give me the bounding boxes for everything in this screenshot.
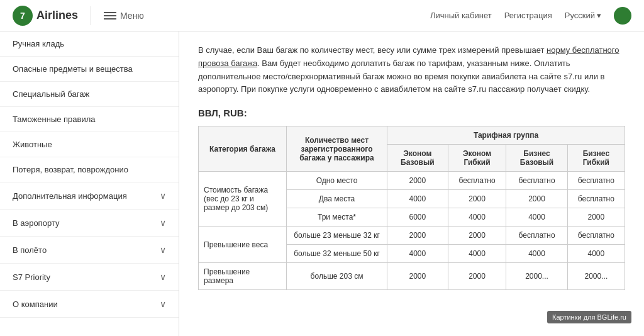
table-cell-value: 2000: [567, 208, 625, 227]
sidebar-item-lost[interactable]: Потеря, возврат, поврождонио: [0, 157, 179, 182]
main-layout: Ручная кладь Опасные предметы и вещества…: [0, 31, 644, 336]
sidebar-section-priority-label: S7 Priority: [13, 272, 50, 282]
table-cell-category: Превышение размера: [199, 263, 287, 290]
table-row: Превышение веса больше 23 меньше 32 кг 2…: [199, 227, 625, 245]
table-cell-value: бесплатно: [448, 172, 506, 190]
table-cell-value: бесплатно: [506, 172, 567, 190]
logo: 7 Airlines: [13, 6, 78, 26]
header-right: Личный кабинет Регистрация Русский ▾: [430, 7, 631, 25]
intro-paragraph: В случае, если Ваш багаж по количеству м…: [198, 44, 625, 96]
logo-text: Airlines: [36, 9, 78, 22]
section-title: ВВЛ, RUB:: [198, 108, 625, 118]
chevron-down-icon: ∨: [160, 272, 166, 282]
content-area: В случае, если Ваш багаж по количеству м…: [179, 31, 644, 336]
table-header-qty: Количество мест зарегистрованного багажа…: [287, 126, 387, 172]
sidebar-item-special[interactable]: Специальный багаж: [0, 82, 179, 107]
hamburger-icon: [104, 12, 116, 20]
sidebar-section-inflight-label: В полёто: [13, 245, 47, 255]
table-cell-value: бесплатно: [506, 227, 567, 245]
sidebar-item-hand-luggage[interactable]: Ручная кладь: [0, 31, 179, 57]
chevron-down-icon: ∨: [160, 218, 166, 228]
header: 7 Airlines Меню Личный кабинет Регистрац…: [0, 0, 644, 31]
table-cell-value: 2000...: [567, 263, 625, 290]
table-row: Превышение размера больше 203 см 2000 20…: [199, 263, 625, 290]
table-cell-value: 2000: [387, 227, 448, 245]
lang-label: Русский: [565, 11, 595, 20]
table-cell-value: 2000: [387, 172, 448, 190]
table-cell-value: 4000: [448, 208, 506, 227]
table-cell-value: 2000...: [506, 263, 567, 290]
table-cell-value: 2000: [448, 190, 506, 208]
table-cell-value: 4000: [448, 245, 506, 263]
table-header-econom-flex: Эконом Гибкий: [448, 145, 506, 172]
sidebar-item-customs[interactable]: Таможенные правила: [0, 107, 179, 132]
logo-circle: 7: [13, 6, 33, 26]
sidebar-item-animals[interactable]: Животные: [0, 132, 179, 157]
menu-button[interactable]: Меню: [104, 11, 144, 21]
table-cell-value: бесплатно: [567, 190, 625, 208]
chevron-down-icon: ∨: [160, 299, 166, 309]
chevron-down-icon: ∨: [160, 245, 166, 255]
table-row: Стоимость багажа (вес до 23 кг и размер …: [199, 172, 625, 190]
sidebar-section-additional[interactable]: Дополнительная информация ∨: [0, 182, 179, 210]
sidebar-section-company[interactable]: О компании ∨: [0, 291, 179, 318]
globe-icon: [614, 7, 631, 25]
sidebar-section-additional-label: Дополнительная информация: [13, 191, 127, 201]
baggage-norm-link[interactable]: норму бесплатного провоза багажа: [198, 45, 619, 68]
baggage-table: Категория багажа Количество мест зарегис…: [198, 126, 625, 290]
sidebar-section-priority[interactable]: S7 Priority ∨: [0, 264, 179, 291]
table-cell-value: 2000: [448, 227, 506, 245]
language-selector[interactable]: Русский ▾: [565, 11, 601, 20]
table-cell-value: бесплатно: [567, 227, 625, 245]
header-divider: [91, 6, 91, 25]
sidebar-section-airport-label: В аэропорту: [13, 218, 59, 228]
table-cell-value: 4000: [506, 208, 567, 227]
table-header-business-base: Бизнес Базовый: [506, 145, 567, 172]
table-cell-value: бесплатно: [567, 172, 625, 190]
table-header-tariff: Тарифная группа: [387, 126, 625, 145]
watermark: Картинки для BGLife.ru: [547, 311, 631, 323]
table-cell-value: 4000: [567, 245, 625, 263]
table-header-business-flex: Бизнес Гибкий: [567, 145, 625, 172]
table-cell-value: 2000: [387, 263, 448, 290]
table-cell-qty: больше 203 см: [287, 263, 387, 290]
table-cell-value: 2000: [506, 190, 567, 208]
personal-cabinet-link[interactable]: Личный кабинет: [430, 11, 492, 20]
registration-link[interactable]: Регистрация: [504, 11, 552, 20]
table-cell-qty: Три места*: [287, 208, 387, 227]
sidebar: Ручная кладь Опасные предметы и вещества…: [0, 31, 179, 336]
table-cell-value: 6000: [387, 208, 448, 227]
table-cell-value: 4000: [387, 190, 448, 208]
table-cell-category: Превышение веса: [199, 227, 287, 263]
table-cell-qty: больше 32 меньше 50 кг: [287, 245, 387, 263]
table-header-category: Категория багажа: [199, 126, 287, 172]
sidebar-section-company-label: О компании: [13, 300, 58, 309]
menu-label: Меню: [120, 11, 144, 21]
table-cell-value: 2000: [448, 263, 506, 290]
header-left: 7 Airlines Меню: [13, 6, 144, 26]
sidebar-section-inflight[interactable]: В полёто ∨: [0, 237, 179, 264]
sidebar-item-dangerous[interactable]: Опасные предметы и вещества: [0, 57, 179, 82]
sidebar-section-airport[interactable]: В аэропорту ∨: [0, 210, 179, 237]
table-cell-qty: больше 23 меньше 32 кг: [287, 227, 387, 245]
table-cell-category: Стоимость багажа (вес до 23 кг и размер …: [199, 172, 287, 227]
table-cell-value: 4000: [506, 245, 567, 263]
chevron-down-icon: ∨: [160, 191, 166, 201]
table-cell-value: 4000: [387, 245, 448, 263]
table-cell-qty: Два места: [287, 190, 387, 208]
table-cell-qty: Одно место: [287, 172, 387, 190]
table-header-econom-base: Эконом Базовый: [387, 145, 448, 172]
chevron-down-icon: ▾: [597, 11, 601, 20]
